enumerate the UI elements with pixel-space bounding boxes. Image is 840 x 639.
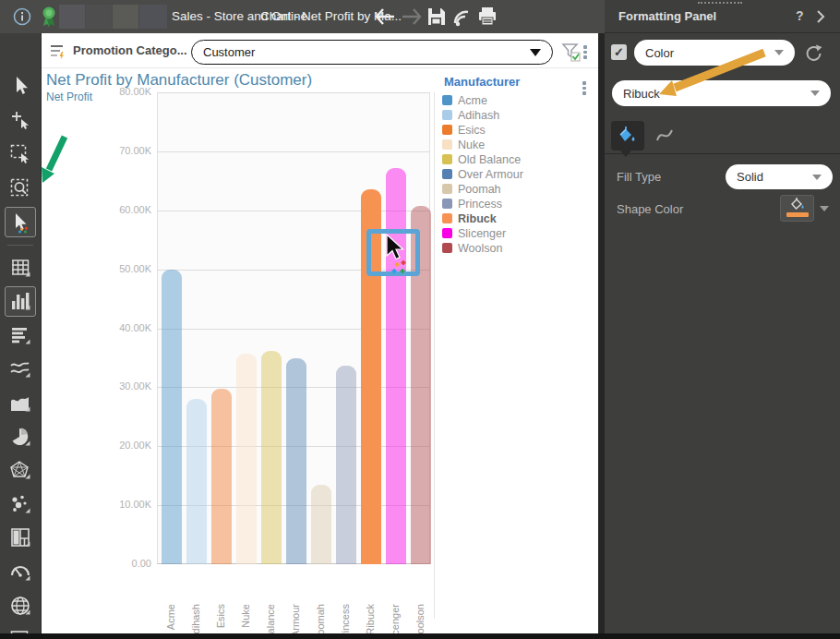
line-chart-visualization[interactable] [5,354,36,384]
format-target-value: Color [645,46,774,60]
add-pointer-tool[interactable] [5,104,36,135]
save-icon[interactable] [426,6,447,27]
legend-swatch [442,95,452,105]
feed-icon[interactable] [453,8,474,27]
redacted-block [139,5,167,29]
collapse-panel-icon[interactable] [815,10,826,23]
y-tick-label: 10.00K [100,499,151,510]
legend-label: Acme [458,94,487,107]
gridline [157,151,430,152]
bar-slicenger[interactable] [386,168,406,564]
line-chart-visualization-icon [9,357,31,380]
selector-kebab-menu-icon[interactable] [583,45,587,59]
fill-type-value: Solid [737,170,812,184]
gridline [157,92,430,93]
grid-visualization[interactable] [5,252,36,283]
divider [42,67,598,68]
legend-swatch [442,243,452,253]
fill-type-dropdown[interactable]: Solid [726,164,833,189]
legend-item-ribuck[interactable]: Ribuck [442,211,599,225]
legend-label: Adihash [458,109,499,122]
bar-chart-visualization[interactable] [5,286,36,317]
shape-color-button[interactable] [780,195,814,222]
panel-grip-handle[interactable] [698,2,742,6]
y-tick-label: 50.00K [100,263,151,274]
filter-check-icon[interactable] [561,42,583,65]
legend-item-adihash[interactable]: Adihash [442,108,599,122]
legend-item-poomah[interactable]: Poomah [442,182,599,196]
toolbar-divider [7,245,33,246]
bar-princess[interactable] [336,366,356,564]
bar-acme[interactable] [162,270,182,564]
bar-poomah[interactable] [311,485,331,564]
paint-bucket-icon [617,125,639,147]
formatting-panel-title: Formatting Panel [618,9,716,23]
legend-item-woolson[interactable]: Woolson [442,241,599,255]
paint-bucket-icon [789,197,806,211]
scatter-visualization[interactable] [5,488,36,519]
legend-swatch [442,154,452,164]
gauge-visualization[interactable] [5,556,36,586]
back-icon[interactable] [374,7,396,26]
legend-item-old-balance[interactable]: Old Balance [442,152,599,166]
selector-dropdown[interactable]: Customer [191,40,553,65]
legend-item-princess[interactable]: Princess [442,197,599,211]
horizontal-bar-visualization[interactable] [5,320,36,350]
legend-swatch [442,110,452,120]
line-style-icon [654,125,676,147]
chevron-down-icon [530,49,541,56]
panel-splitter[interactable] [598,33,605,639]
forward-icon[interactable] [401,7,423,26]
legend-swatch [442,228,452,238]
network-visualization[interactable] [5,455,36,486]
bar-adihash[interactable] [186,399,207,564]
help-icon[interactable]: ? [796,8,804,23]
legend-label: Woolson [458,242,502,255]
legend-title: Manufacturer [444,75,520,89]
legend-label: Ribuck [458,212,497,225]
shape-color-dropdown-icon[interactable] [820,206,829,211]
visualization-toolbar [0,33,42,639]
bar-old-balance[interactable] [261,351,282,564]
y-tick-label: 0.00 [100,558,151,569]
y-tick-label: 80.00K [100,86,151,97]
fill-tab[interactable] [611,121,644,151]
print-icon[interactable] [477,6,499,27]
area-chart-visualization[interactable] [5,387,36,417]
color-target-checkbox[interactable]: ✓ [611,44,627,60]
attribute-selector-label[interactable]: Promotion Catego... [73,43,187,57]
legend-item-slicenger[interactable]: Slicenger [442,226,599,240]
legend-label: Slicenger [458,227,506,240]
bar-nuke[interactable] [236,354,257,564]
reset-icon[interactable] [804,43,824,64]
info-icon[interactable] [13,7,31,26]
series-dropdown[interactable]: Ribuck [612,80,831,106]
pie-chart-visualization[interactable] [5,421,36,452]
pointer-tool[interactable] [5,70,36,101]
bar-over-armour[interactable] [286,358,306,564]
line-tab[interactable] [648,121,681,151]
legend-label: Nuke [458,139,485,151]
divider [434,92,435,619]
zoom-area-tool[interactable] [5,173,36,203]
legend-swatch [442,199,452,209]
application-window: Sales - Store and Online Chart - Net Pro… [0,0,840,639]
map-visualization-icon [9,595,31,617]
legend-item-acme[interactable]: Acme [442,93,599,107]
map-visualization[interactable] [5,590,36,621]
chevron-down-icon [774,50,784,55]
legend-item-over-armour[interactable]: Over Armour [442,167,599,181]
legend-item-nuke[interactable]: Nuke [442,138,599,151]
grid-visualization-icon [9,257,31,279]
marquee-select-tool[interactable] [5,139,36,169]
treemap-visualization[interactable] [5,523,36,553]
format-pointer-tool[interactable] [5,207,36,237]
chevron-down-icon [812,175,822,180]
bar-esics[interactable] [211,389,232,564]
divider [605,153,840,154]
legend-item-esics[interactable]: Esics [442,123,599,137]
pointer-tool-icon [9,75,31,97]
horizontal-bar-visualization-icon [9,324,31,346]
legend-label: Over Armour [458,168,523,181]
format-target-dropdown[interactable]: Color [634,40,795,66]
